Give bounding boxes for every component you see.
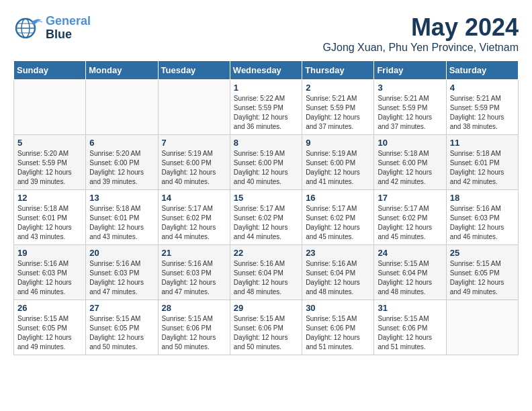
day-number: 31 [378,303,442,313]
table-row: 13 Sunrise: 5:18 AM Sunset: 6:01 PM Dayl… [86,190,158,245]
day-number: 12 [17,193,82,203]
day-info: Sunrise: 5:15 AM Sunset: 6:05 PM Dayligh… [89,314,154,352]
day-number: 26 [17,303,82,313]
calendar-title: May 2024 [323,13,519,42]
day-number: 30 [306,303,370,313]
table-row [86,80,158,135]
day-number: 5 [17,138,82,148]
table-row: 26 Sunrise: 5:15 AM Sunset: 6:05 PM Dayl… [14,300,86,355]
day-number: 13 [89,193,154,203]
table-row: 2 Sunrise: 5:21 AM Sunset: 5:59 PM Dayli… [302,80,374,135]
table-row: 31 Sunrise: 5:15 AM Sunset: 6:06 PM Dayl… [374,300,446,355]
day-info: Sunrise: 5:16 AM Sunset: 6:04 PM Dayligh… [306,259,370,297]
logo-name: General [46,15,91,28]
day-info: Sunrise: 5:19 AM Sunset: 6:00 PM Dayligh… [234,149,298,187]
table-row: 9 Sunrise: 5:19 AM Sunset: 6:00 PM Dayli… [302,135,374,190]
day-info: Sunrise: 5:17 AM Sunset: 6:02 PM Dayligh… [234,204,298,242]
header-sunday: Sunday [14,61,86,80]
day-info: Sunrise: 5:17 AM Sunset: 6:02 PM Dayligh… [378,204,442,242]
table-row: 5 Sunrise: 5:20 AM Sunset: 5:59 PM Dayli… [14,135,86,190]
table-row: 20 Sunrise: 5:16 AM Sunset: 6:03 PM Dayl… [86,245,158,300]
day-number: 9 [306,138,370,148]
calendar-week-row: 12 Sunrise: 5:18 AM Sunset: 6:01 PM Dayl… [14,190,519,245]
calendar-subtitle: GJong Xuan, Phu Yen Province, Vietnam [323,42,519,54]
day-number: 25 [450,248,515,258]
day-info: Sunrise: 5:18 AM Sunset: 6:01 PM Dayligh… [89,204,154,242]
day-info: Sunrise: 5:21 AM Sunset: 5:59 PM Dayligh… [378,94,442,132]
day-number: 1 [234,83,298,93]
day-info: Sunrise: 5:18 AM Sunset: 6:01 PM Dayligh… [17,204,82,242]
day-info: Sunrise: 5:16 AM Sunset: 6:03 PM Dayligh… [450,204,515,242]
day-number: 16 [306,193,370,203]
day-number: 10 [378,138,442,148]
calendar-week-row: 1 Sunrise: 5:22 AM Sunset: 5:59 PM Dayli… [14,80,519,135]
table-row: 25 Sunrise: 5:15 AM Sunset: 6:05 PM Dayl… [446,245,518,300]
table-row: 14 Sunrise: 5:17 AM Sunset: 6:02 PM Dayl… [158,190,230,245]
table-row: 19 Sunrise: 5:16 AM Sunset: 6:03 PM Dayl… [14,245,86,300]
table-row: 7 Sunrise: 5:19 AM Sunset: 6:00 PM Dayli… [158,135,230,190]
day-number: 3 [378,83,442,93]
table-row: 15 Sunrise: 5:17 AM Sunset: 6:02 PM Dayl… [230,190,302,245]
table-row: 16 Sunrise: 5:17 AM Sunset: 6:02 PM Dayl… [302,190,374,245]
logo-icon [13,13,43,43]
day-number: 4 [450,83,515,93]
header-wednesday: Wednesday [230,61,302,80]
table-row: 23 Sunrise: 5:16 AM Sunset: 6:04 PM Dayl… [302,245,374,300]
table-row: 4 Sunrise: 5:21 AM Sunset: 5:59 PM Dayli… [446,80,518,135]
table-row: 6 Sunrise: 5:20 AM Sunset: 6:00 PM Dayli… [86,135,158,190]
table-row: 22 Sunrise: 5:16 AM Sunset: 6:04 PM Dayl… [230,245,302,300]
day-info: Sunrise: 5:17 AM Sunset: 6:02 PM Dayligh… [162,204,226,242]
day-number: 20 [89,248,154,258]
day-info: Sunrise: 5:20 AM Sunset: 6:00 PM Dayligh… [89,149,154,187]
day-info: Sunrise: 5:19 AM Sunset: 6:00 PM Dayligh… [162,149,226,187]
table-row: 27 Sunrise: 5:15 AM Sunset: 6:05 PM Dayl… [86,300,158,355]
day-number: 15 [234,193,298,203]
table-row: 3 Sunrise: 5:21 AM Sunset: 5:59 PM Dayli… [374,80,446,135]
header-tuesday: Tuesday [158,61,230,80]
day-number: 29 [234,303,298,313]
calendar-title-block: May 2024 GJong Xuan, Phu Yen Province, V… [323,13,519,54]
table-row: 10 Sunrise: 5:18 AM Sunset: 6:00 PM Dayl… [374,135,446,190]
table-row: 18 Sunrise: 5:16 AM Sunset: 6:03 PM Dayl… [446,190,518,245]
table-row: 12 Sunrise: 5:18 AM Sunset: 6:01 PM Dayl… [14,190,86,245]
day-number: 22 [234,248,298,258]
day-info: Sunrise: 5:16 AM Sunset: 6:04 PM Dayligh… [234,259,298,297]
day-info: Sunrise: 5:19 AM Sunset: 6:00 PM Dayligh… [306,149,370,187]
header-monday: Monday [86,61,158,80]
logo-name2: Blue [46,28,91,42]
day-info: Sunrise: 5:15 AM Sunset: 6:06 PM Dayligh… [234,314,298,352]
header-saturday: Saturday [446,61,518,80]
day-info: Sunrise: 5:15 AM Sunset: 6:06 PM Dayligh… [378,314,442,352]
day-number: 11 [450,138,515,148]
day-number: 28 [162,303,226,313]
day-info: Sunrise: 5:17 AM Sunset: 6:02 PM Dayligh… [306,204,370,242]
day-number: 14 [162,193,226,203]
day-info: Sunrise: 5:21 AM Sunset: 5:59 PM Dayligh… [450,94,515,132]
day-info: Sunrise: 5:15 AM Sunset: 6:06 PM Dayligh… [162,314,226,352]
logo: General Blue [13,13,91,43]
day-number: 18 [450,193,515,203]
day-info: Sunrise: 5:15 AM Sunset: 6:06 PM Dayligh… [306,314,370,352]
day-info: Sunrise: 5:15 AM Sunset: 6:05 PM Dayligh… [450,259,515,297]
day-info: Sunrise: 5:20 AM Sunset: 5:59 PM Dayligh… [17,149,82,187]
page-header: General Blue May 2024 GJong Xuan, Phu Ye… [13,13,519,54]
table-row: 29 Sunrise: 5:15 AM Sunset: 6:06 PM Dayl… [230,300,302,355]
day-info: Sunrise: 5:16 AM Sunset: 6:03 PM Dayligh… [162,259,226,297]
table-row [158,80,230,135]
day-number: 6 [89,138,154,148]
table-row [446,300,518,355]
table-row: 11 Sunrise: 5:18 AM Sunset: 6:01 PM Dayl… [446,135,518,190]
table-row: 21 Sunrise: 5:16 AM Sunset: 6:03 PM Dayl… [158,245,230,300]
day-info: Sunrise: 5:15 AM Sunset: 6:04 PM Dayligh… [378,259,442,297]
day-info: Sunrise: 5:15 AM Sunset: 6:05 PM Dayligh… [17,314,82,352]
header-friday: Friday [374,61,446,80]
day-number: 21 [162,248,226,258]
table-row: 17 Sunrise: 5:17 AM Sunset: 6:02 PM Dayl… [374,190,446,245]
table-row [14,80,86,135]
day-info: Sunrise: 5:16 AM Sunset: 6:03 PM Dayligh… [17,259,82,297]
day-info: Sunrise: 5:22 AM Sunset: 5:59 PM Dayligh… [234,94,298,132]
table-row: 28 Sunrise: 5:15 AM Sunset: 6:06 PM Dayl… [158,300,230,355]
table-row: 8 Sunrise: 5:19 AM Sunset: 6:00 PM Dayli… [230,135,302,190]
day-number: 24 [378,248,442,258]
table-row: 1 Sunrise: 5:22 AM Sunset: 5:59 PM Dayli… [230,80,302,135]
